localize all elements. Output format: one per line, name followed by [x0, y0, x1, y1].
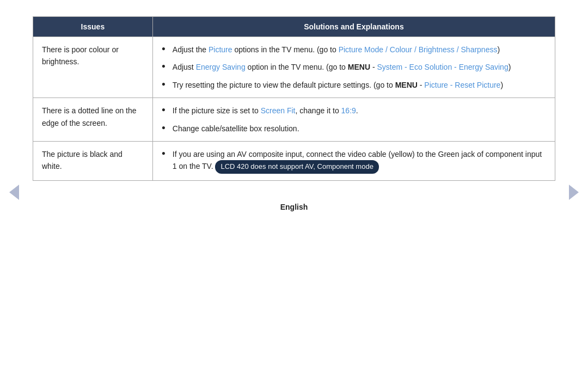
link-screen-fit: Screen Fit [261, 106, 296, 115]
right-arrow-icon [569, 185, 579, 200]
table-row: The picture is black and white. If you a… [33, 141, 555, 180]
solution-cell-1: Adjust the Picture options in the TV men… [152, 37, 555, 98]
col-header-issues: Issues [33, 17, 153, 37]
table-row: There is poor colour or brightness. Adju… [33, 37, 555, 98]
page-wrapper: Issues Solutions and Explanations There … [0, 0, 588, 384]
nav-arrow-right[interactable] [566, 185, 581, 200]
nav-arrow-left[interactable] [7, 185, 22, 200]
issues-table: Issues Solutions and Explanations There … [33, 16, 555, 181]
footer: English [280, 203, 308, 211]
solution-cell-3: If you are using an AV composite input, … [152, 141, 555, 180]
link-picture-mode: Picture Mode / Colour / Brightness / Sha… [339, 45, 498, 54]
list-item: Change cable/satellite box resolution. [162, 123, 546, 135]
badge-lcd420: LCD 420 does not support AV, Component m… [215, 160, 378, 174]
left-arrow-icon [9, 185, 19, 200]
menu-label-2: MENU [395, 81, 418, 89]
col-header-solutions: Solutions and Explanations [152, 17, 555, 37]
issue-cell-1: There is poor colour or brightness. [33, 37, 153, 98]
list-item: Try resetting the picture to view the de… [162, 79, 546, 91]
link-169: 16:9 [341, 106, 356, 115]
link-picture: Picture [209, 45, 232, 54]
list-item: Adjust the Picture options in the TV men… [162, 44, 546, 56]
list-item: Adjust Energy Saving option in the TV me… [162, 61, 546, 73]
solution-cell-2: If the picture size is set to Screen Fit… [152, 98, 555, 142]
issue-cell-3: The picture is black and white. [33, 141, 153, 180]
table-row: There is a dotted line on the edge of th… [33, 98, 555, 142]
list-item: If you are using an AV composite input, … [162, 148, 546, 174]
issue-cell-2: There is a dotted line on the edge of th… [33, 98, 153, 142]
footer-label: English [280, 203, 308, 211]
menu-label: MENU [348, 63, 370, 71]
link-system-eco: System - Eco Solution - Energy Saving [377, 63, 508, 71]
link-energy-saving: Energy Saving [196, 63, 246, 71]
link-reset-picture: Picture - Reset Picture [424, 81, 500, 89]
list-item: If the picture size is set to Screen Fit… [162, 105, 546, 117]
